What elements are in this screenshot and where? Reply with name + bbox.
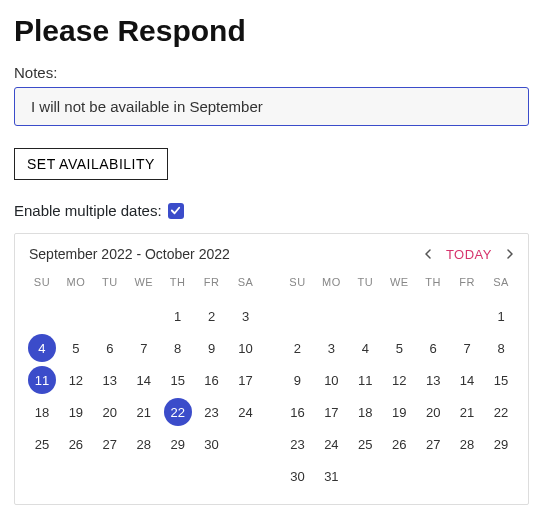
- weekday-label: TH: [161, 276, 195, 288]
- day-cell-empty: [59, 300, 93, 332]
- enable-multiple-dates-checkbox[interactable]: [168, 203, 184, 219]
- day-cell[interactable]: 30: [281, 460, 315, 492]
- day-cell[interactable]: 5: [382, 332, 416, 364]
- set-availability-button[interactable]: SET AVAILABILITY: [14, 148, 168, 180]
- day-cell-empty: [484, 460, 518, 492]
- day-cell[interactable]: 3: [314, 332, 348, 364]
- day-cell-empty: [416, 460, 450, 492]
- enable-multiple-dates-label: Enable multiple dates:: [14, 202, 162, 219]
- day-cell[interactable]: 5: [59, 332, 93, 364]
- day-cell[interactable]: 17: [314, 396, 348, 428]
- day-cell[interactable]: 2: [281, 332, 315, 364]
- day-cell-empty: [25, 300, 59, 332]
- next-month-button[interactable]: [506, 247, 514, 262]
- day-cell-empty: [314, 300, 348, 332]
- day-cell[interactable]: 28: [450, 428, 484, 460]
- weekday-label: FR: [450, 276, 484, 288]
- day-cell-empty: [450, 460, 484, 492]
- day-cell[interactable]: 8: [161, 332, 195, 364]
- day-cell[interactable]: 13: [416, 364, 450, 396]
- weekday-label: SA: [484, 276, 518, 288]
- day-cell[interactable]: 29: [161, 428, 195, 460]
- day-cell[interactable]: 24: [229, 396, 263, 428]
- day-cell[interactable]: 13: [93, 364, 127, 396]
- day-cell-empty: [281, 300, 315, 332]
- day-cell[interactable]: 20: [416, 396, 450, 428]
- day-cell[interactable]: 7: [450, 332, 484, 364]
- day-cell[interactable]: 4: [25, 332, 59, 364]
- day-cell-empty: [348, 460, 382, 492]
- day-cell[interactable]: 15: [161, 364, 195, 396]
- day-cell[interactable]: 4: [348, 332, 382, 364]
- notes-label: Notes:: [14, 64, 529, 81]
- day-cell[interactable]: 24: [314, 428, 348, 460]
- day-cell[interactable]: 19: [382, 396, 416, 428]
- weekday-label: MO: [314, 276, 348, 288]
- day-cell[interactable]: 9: [281, 364, 315, 396]
- day-cell[interactable]: 10: [314, 364, 348, 396]
- day-cell[interactable]: 6: [93, 332, 127, 364]
- weekday-label: TH: [416, 276, 450, 288]
- calendar-month: SUMOTUWETHFRSA12345678910111213141516171…: [25, 276, 263, 492]
- day-cell[interactable]: 14: [127, 364, 161, 396]
- day-cell[interactable]: 9: [195, 332, 229, 364]
- weekday-label: SU: [281, 276, 315, 288]
- weekday-label: SA: [229, 276, 263, 288]
- weekday-label: TU: [348, 276, 382, 288]
- day-cell[interactable]: 8: [484, 332, 518, 364]
- day-cell[interactable]: 23: [195, 396, 229, 428]
- day-cell[interactable]: 1: [161, 300, 195, 332]
- day-cell-empty: [450, 300, 484, 332]
- day-cell[interactable]: 12: [59, 364, 93, 396]
- day-cell[interactable]: 1: [484, 300, 518, 332]
- day-cell[interactable]: 3: [229, 300, 263, 332]
- day-cell[interactable]: 15: [484, 364, 518, 396]
- weekday-label: MO: [59, 276, 93, 288]
- day-cell[interactable]: 22: [161, 396, 195, 428]
- day-cell[interactable]: 2: [195, 300, 229, 332]
- calendar: September 2022 - October 2022 TODAY SUMO…: [14, 233, 529, 505]
- day-cell[interactable]: 27: [416, 428, 450, 460]
- day-cell[interactable]: 14: [450, 364, 484, 396]
- day-cell[interactable]: 11: [348, 364, 382, 396]
- day-cell[interactable]: 6: [416, 332, 450, 364]
- day-cell[interactable]: 12: [382, 364, 416, 396]
- page-title: Please Respond: [14, 14, 529, 48]
- weekday-label: SU: [25, 276, 59, 288]
- day-cell-empty: [93, 300, 127, 332]
- day-cell[interactable]: 11: [25, 364, 59, 396]
- day-cell[interactable]: 21: [450, 396, 484, 428]
- prev-month-button[interactable]: [424, 247, 432, 262]
- day-cell[interactable]: 31: [314, 460, 348, 492]
- calendar-month: SUMOTUWETHFRSA12345678910111213141516171…: [281, 276, 519, 492]
- weekday-label: WE: [382, 276, 416, 288]
- day-cell[interactable]: 16: [195, 364, 229, 396]
- day-cell[interactable]: 17: [229, 364, 263, 396]
- day-cell-empty: [127, 300, 161, 332]
- day-cell[interactable]: 16: [281, 396, 315, 428]
- day-cell[interactable]: 30: [195, 428, 229, 460]
- day-cell[interactable]: 7: [127, 332, 161, 364]
- today-button[interactable]: TODAY: [446, 247, 492, 262]
- day-cell[interactable]: 21: [127, 396, 161, 428]
- day-cell[interactable]: 22: [484, 396, 518, 428]
- day-cell[interactable]: 26: [382, 428, 416, 460]
- day-cell[interactable]: 25: [25, 428, 59, 460]
- day-cell[interactable]: 18: [348, 396, 382, 428]
- day-cell[interactable]: 19: [59, 396, 93, 428]
- day-cell[interactable]: 10: [229, 332, 263, 364]
- day-cell-empty: [382, 460, 416, 492]
- day-cell-empty: [416, 300, 450, 332]
- day-cell[interactable]: 26: [59, 428, 93, 460]
- day-cell[interactable]: 23: [281, 428, 315, 460]
- day-cell[interactable]: 29: [484, 428, 518, 460]
- notes-input[interactable]: [14, 87, 529, 126]
- chevron-right-icon: [506, 249, 514, 259]
- chevron-left-icon: [424, 249, 432, 259]
- day-cell[interactable]: 18: [25, 396, 59, 428]
- day-cell[interactable]: 25: [348, 428, 382, 460]
- day-cell-empty: [229, 428, 263, 460]
- day-cell[interactable]: 27: [93, 428, 127, 460]
- day-cell[interactable]: 28: [127, 428, 161, 460]
- day-cell[interactable]: 20: [93, 396, 127, 428]
